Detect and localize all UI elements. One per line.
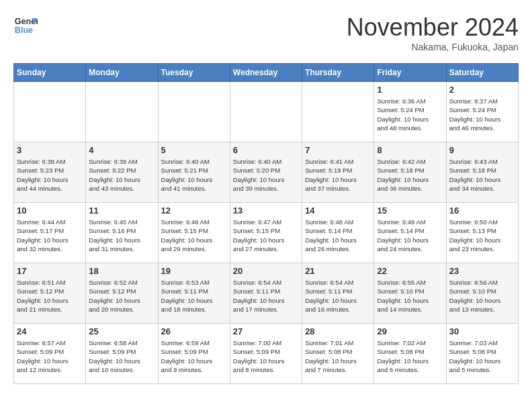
day-number: 4 (89, 145, 154, 155)
day-number: 9 (449, 145, 515, 155)
calendar-cell: 26Sunrise: 6:59 AM Sunset: 5:09 PM Dayli… (158, 324, 230, 384)
day-info: Sunrise: 7:01 AM Sunset: 5:08 PM Dayligh… (305, 338, 371, 374)
day-number: 5 (161, 145, 227, 155)
weekday-header: Sunday (14, 64, 86, 82)
calendar-cell: 4Sunrise: 6:39 AM Sunset: 5:22 PM Daylig… (86, 142, 158, 203)
day-info: Sunrise: 7:00 AM Sunset: 5:09 PM Dayligh… (233, 338, 299, 374)
day-info: Sunrise: 6:45 AM Sunset: 5:16 PM Dayligh… (89, 218, 154, 253)
calendar-cell: 14Sunrise: 6:48 AM Sunset: 5:14 PM Dayli… (302, 203, 374, 263)
day-info: Sunrise: 6:47 AM Sunset: 5:15 PM Dayligh… (233, 218, 299, 253)
day-info: Sunrise: 6:48 AM Sunset: 5:14 PM Dayligh… (305, 218, 371, 253)
calendar-week-row: 3Sunrise: 6:38 AM Sunset: 5:23 PM Daylig… (14, 142, 519, 203)
day-number: 16 (449, 205, 515, 216)
calendar-cell: 13Sunrise: 6:47 AM Sunset: 5:15 PM Dayli… (230, 203, 302, 263)
day-info: Sunrise: 6:44 AM Sunset: 5:17 PM Dayligh… (17, 218, 83, 253)
calendar-cell: 28Sunrise: 7:01 AM Sunset: 5:08 PM Dayli… (302, 324, 374, 384)
day-number: 11 (89, 205, 154, 216)
day-number: 1 (377, 85, 443, 95)
calendar-cell: 1Sunrise: 6:36 AM Sunset: 5:24 PM Daylig… (374, 82, 446, 142)
day-number: 30 (449, 326, 515, 336)
day-number: 26 (161, 326, 227, 336)
weekday-header: Saturday (446, 64, 518, 82)
day-info: Sunrise: 6:41 AM Sunset: 5:19 PM Dayligh… (305, 157, 371, 193)
day-number: 27 (233, 326, 299, 336)
day-info: Sunrise: 6:39 AM Sunset: 5:22 PM Dayligh… (89, 157, 154, 193)
day-info: Sunrise: 6:59 AM Sunset: 5:09 PM Dayligh… (161, 338, 227, 374)
day-number: 10 (17, 205, 83, 216)
day-number: 22 (377, 266, 443, 276)
calendar-cell: 12Sunrise: 6:46 AM Sunset: 5:15 PM Dayli… (158, 203, 230, 263)
calendar-cell: 6Sunrise: 6:40 AM Sunset: 5:20 PM Daylig… (230, 142, 302, 203)
day-info: Sunrise: 6:54 AM Sunset: 5:11 PM Dayligh… (305, 278, 371, 314)
calendar-cell (230, 82, 302, 142)
weekday-header: Tuesday (158, 64, 230, 82)
svg-text:Blue: Blue (15, 26, 33, 35)
calendar-cell: 2Sunrise: 6:37 AM Sunset: 5:24 PM Daylig… (446, 82, 518, 142)
day-info: Sunrise: 7:03 AM Sunset: 5:08 PM Dayligh… (449, 338, 515, 374)
day-number: 20 (233, 266, 299, 276)
day-number: 6 (233, 145, 299, 155)
day-number: 18 (89, 266, 154, 276)
calendar-cell: 29Sunrise: 7:02 AM Sunset: 5:08 PM Dayli… (374, 324, 446, 384)
day-info: Sunrise: 6:55 AM Sunset: 5:10 PM Dayligh… (377, 278, 443, 314)
calendar-cell: 9Sunrise: 6:43 AM Sunset: 5:18 PM Daylig… (446, 142, 518, 203)
calendar-cell: 15Sunrise: 6:49 AM Sunset: 5:14 PM Dayli… (374, 203, 446, 263)
day-info: Sunrise: 6:49 AM Sunset: 5:14 PM Dayligh… (377, 218, 443, 253)
day-number: 23 (449, 266, 515, 276)
day-number: 19 (161, 266, 227, 276)
calendar-cell: 30Sunrise: 7:03 AM Sunset: 5:08 PM Dayli… (446, 324, 518, 384)
calendar-cell: 20Sunrise: 6:54 AM Sunset: 5:11 PM Dayli… (230, 263, 302, 324)
calendar-cell: 8Sunrise: 6:42 AM Sunset: 5:18 PM Daylig… (374, 142, 446, 203)
calendar-cell: 22Sunrise: 6:55 AM Sunset: 5:10 PM Dayli… (374, 263, 446, 324)
calendar-cell: 17Sunrise: 6:51 AM Sunset: 5:12 PM Dayli… (14, 263, 86, 324)
calendar-cell (14, 82, 86, 142)
calendar-week-row: 17Sunrise: 6:51 AM Sunset: 5:12 PM Dayli… (14, 263, 519, 324)
calendar-week-row: 24Sunrise: 6:57 AM Sunset: 5:09 PM Dayli… (14, 324, 519, 384)
day-info: Sunrise: 6:40 AM Sunset: 5:21 PM Dayligh… (161, 157, 227, 193)
calendar-table: SundayMondayTuesdayWednesdayThursdayFrid… (13, 63, 519, 384)
calendar-week-row: 10Sunrise: 6:44 AM Sunset: 5:17 PM Dayli… (14, 203, 519, 263)
calendar-cell: 27Sunrise: 7:00 AM Sunset: 5:09 PM Dayli… (230, 324, 302, 384)
calendar-cell: 18Sunrise: 6:52 AM Sunset: 5:12 PM Dayli… (86, 263, 158, 324)
day-number: 29 (377, 326, 443, 336)
day-info: Sunrise: 6:38 AM Sunset: 5:23 PM Dayligh… (17, 157, 83, 193)
day-number: 2 (449, 85, 515, 95)
day-number: 25 (89, 326, 154, 336)
day-number: 15 (377, 205, 443, 216)
day-info: Sunrise: 6:57 AM Sunset: 5:09 PM Dayligh… (17, 338, 83, 374)
calendar-cell: 11Sunrise: 6:45 AM Sunset: 5:16 PM Dayli… (86, 203, 158, 263)
day-info: Sunrise: 6:42 AM Sunset: 5:18 PM Dayligh… (377, 157, 443, 193)
weekday-header: Wednesday (230, 64, 302, 82)
day-number: 21 (305, 266, 371, 276)
day-info: Sunrise: 6:40 AM Sunset: 5:20 PM Dayligh… (233, 157, 299, 193)
day-info: Sunrise: 6:54 AM Sunset: 5:11 PM Dayligh… (233, 278, 299, 314)
weekday-header: Thursday (302, 64, 374, 82)
day-info: Sunrise: 6:58 AM Sunset: 5:09 PM Dayligh… (89, 338, 154, 374)
calendar-header: SundayMondayTuesdayWednesdayThursdayFrid… (14, 64, 519, 82)
calendar-week-row: 1Sunrise: 6:36 AM Sunset: 5:24 PM Daylig… (14, 82, 519, 142)
calendar-cell: 19Sunrise: 6:53 AM Sunset: 5:11 PM Dayli… (158, 263, 230, 324)
day-number: 7 (305, 145, 371, 155)
day-info: Sunrise: 6:43 AM Sunset: 5:18 PM Dayligh… (449, 157, 515, 193)
calendar-cell: 23Sunrise: 6:56 AM Sunset: 5:10 PM Dayli… (446, 263, 518, 324)
day-info: Sunrise: 6:56 AM Sunset: 5:10 PM Dayligh… (449, 278, 515, 314)
calendar-cell: 21Sunrise: 6:54 AM Sunset: 5:11 PM Dayli… (302, 263, 374, 324)
day-number: 3 (17, 145, 83, 155)
weekday-header: Monday (86, 64, 158, 82)
day-number: 8 (377, 145, 443, 155)
day-info: Sunrise: 6:36 AM Sunset: 5:24 PM Dayligh… (377, 97, 443, 132)
day-info: Sunrise: 6:51 AM Sunset: 5:12 PM Dayligh… (17, 278, 83, 314)
day-number: 28 (305, 326, 371, 336)
calendar-cell: 25Sunrise: 6:58 AM Sunset: 5:09 PM Dayli… (86, 324, 158, 384)
day-number: 24 (17, 326, 83, 336)
day-number: 17 (17, 266, 83, 276)
calendar-cell: 5Sunrise: 6:40 AM Sunset: 5:21 PM Daylig… (158, 142, 230, 203)
day-number: 14 (305, 205, 371, 216)
day-info: Sunrise: 6:52 AM Sunset: 5:12 PM Dayligh… (89, 278, 154, 314)
calendar-cell: 3Sunrise: 6:38 AM Sunset: 5:23 PM Daylig… (14, 142, 86, 203)
calendar-cell: 10Sunrise: 6:44 AM Sunset: 5:17 PM Dayli… (14, 203, 86, 263)
calendar-cell (86, 82, 158, 142)
calendar-cell: 7Sunrise: 6:41 AM Sunset: 5:19 PM Daylig… (302, 142, 374, 203)
page-header: General Blue November 2024 Nakama, Fukuo… (13, 13, 519, 52)
day-info: Sunrise: 7:02 AM Sunset: 5:08 PM Dayligh… (377, 338, 443, 374)
